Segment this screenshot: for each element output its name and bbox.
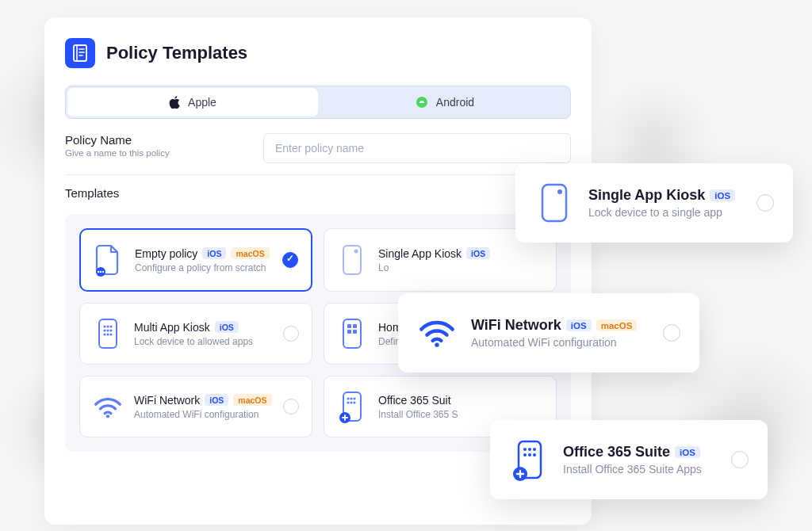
phone-add-icon: [337, 389, 367, 424]
divider: [65, 174, 571, 175]
svg-rect-6: [343, 246, 361, 274]
svg-point-3: [98, 271, 99, 273]
tab-android[interactable]: Android: [320, 86, 570, 118]
svg-point-12: [103, 329, 105, 331]
svg-rect-22: [353, 330, 357, 334]
template-wifi-network[interactable]: WiFi Network iOS macOS Automated WiFi co…: [79, 376, 312, 437]
template-empty-policy[interactable]: Empty policy iOS macOS Configure a polic…: [79, 228, 312, 292]
svg-point-5: [102, 271, 104, 273]
svg-point-9: [103, 325, 105, 327]
popout-office-365[interactable]: Office 365 Suite iOS Install Office 365 …: [490, 420, 768, 499]
svg-rect-19: [347, 324, 351, 328]
svg-point-10: [106, 325, 109, 327]
ios-badge: iOS: [675, 446, 700, 458]
template-desc: Lo: [378, 262, 543, 273]
template-radio[interactable]: [756, 194, 774, 212]
template-desc: Install Office 365 Suite Apps: [563, 463, 717, 476]
template-radio[interactable]: [663, 324, 680, 342]
ios-badge: iOS: [205, 394, 228, 406]
policy-name-hint: Give a name to this policy: [65, 148, 239, 158]
tab-apple[interactable]: Apple: [67, 88, 318, 117]
phone-layout-icon: [337, 316, 367, 351]
template-radio[interactable]: [283, 399, 299, 414]
svg-point-17: [109, 333, 112, 335]
ios-badge: iOS: [710, 189, 735, 201]
svg-point-41: [533, 453, 536, 457]
popout-wifi-network[interactable]: WiFi Network iOS macOS Automated WiFi co…: [398, 293, 699, 372]
tab-apple-label: Apple: [188, 96, 216, 109]
template-radio[interactable]: [731, 451, 749, 468]
svg-point-33: [557, 189, 562, 194]
wifi-icon: [417, 311, 457, 355]
template-title: Single App Kiosk: [378, 247, 462, 260]
template-desc: Automated WiFi configuration: [134, 409, 272, 420]
template-title: Single App Kiosk: [588, 187, 705, 204]
phone-single-icon: [534, 181, 574, 225]
ios-badge: iOS: [566, 319, 592, 331]
svg-point-25: [347, 397, 349, 399]
svg-point-39: [523, 453, 527, 457]
svg-point-13: [106, 329, 109, 331]
file-plus-icon: [94, 243, 124, 277]
svg-point-40: [528, 453, 531, 457]
platform-segmented-control: Apple Android: [65, 86, 571, 119]
svg-point-26: [350, 397, 352, 399]
ios-badge: iOS: [202, 247, 226, 259]
android-icon: [416, 96, 428, 109]
phone-add-icon: [509, 437, 549, 482]
template-multi-app-kiosk[interactable]: Multi App Kiosk iOS Lock device to allow…: [79, 303, 312, 365]
svg-point-29: [350, 401, 352, 403]
svg-point-15: [103, 333, 105, 335]
svg-point-4: [100, 271, 102, 273]
svg-rect-0: [74, 45, 86, 61]
svg-point-37: [528, 448, 531, 451]
phone-single-icon: [337, 243, 367, 277]
template-radio[interactable]: [282, 252, 298, 268]
svg-rect-20: [353, 324, 357, 328]
template-title: Multi App Kiosk: [134, 321, 210, 334]
template-title: Office 365 Suite: [563, 444, 670, 460]
macos-badge: macOS: [233, 394, 271, 406]
ios-badge: iOS: [466, 247, 490, 259]
template-desc: Install Office 365 S: [378, 409, 543, 420]
template-desc: Automated WiFi configuration: [471, 336, 649, 349]
svg-rect-32: [542, 185, 566, 221]
template-title: WiFi Network: [471, 317, 561, 334]
policy-name-label: Policy Name: [65, 133, 239, 147]
svg-point-36: [523, 448, 527, 451]
templates-header: Templates Both: [65, 186, 571, 200]
svg-rect-21: [347, 330, 351, 334]
svg-point-7: [354, 250, 358, 254]
template-title: WiFi Network: [134, 394, 200, 407]
template-desc: Configure a policy from scratch: [135, 262, 271, 273]
svg-point-30: [353, 401, 355, 403]
policy-name-row: Policy Name Give a name to this policy: [65, 133, 571, 163]
template-desc: Lock device to a single app: [588, 206, 742, 219]
template-radio[interactable]: [283, 326, 299, 342]
policy-icon: [65, 38, 95, 68]
wifi-icon: [93, 389, 123, 424]
popout-single-app-kiosk[interactable]: Single App Kiosk iOS Lock device to a si…: [515, 163, 793, 243]
apple-icon: [169, 96, 180, 109]
policy-name-input[interactable]: [263, 133, 571, 163]
svg-rect-18: [343, 319, 361, 348]
templates-label: Templates: [65, 186, 119, 200]
macos-badge: macOS: [231, 247, 269, 259]
macos-badge: macOS: [596, 319, 638, 331]
svg-point-34: [435, 343, 439, 347]
ios-badge: iOS: [215, 321, 239, 333]
page-title: Policy Templates: [106, 43, 247, 63]
svg-point-11: [109, 325, 112, 327]
svg-point-38: [533, 448, 536, 451]
template-title: Office 365 Suit: [378, 394, 451, 407]
tab-android-label: Android: [436, 96, 474, 109]
phone-grid-icon: [93, 316, 123, 351]
template-desc: Lock device to allowed apps: [134, 336, 272, 347]
svg-point-23: [106, 414, 109, 418]
svg-point-28: [347, 401, 349, 403]
template-title: Empty policy: [135, 247, 197, 260]
card-header: Policy Templates: [65, 38, 571, 68]
svg-point-16: [106, 333, 109, 335]
svg-point-14: [109, 329, 112, 331]
svg-point-27: [353, 397, 355, 399]
